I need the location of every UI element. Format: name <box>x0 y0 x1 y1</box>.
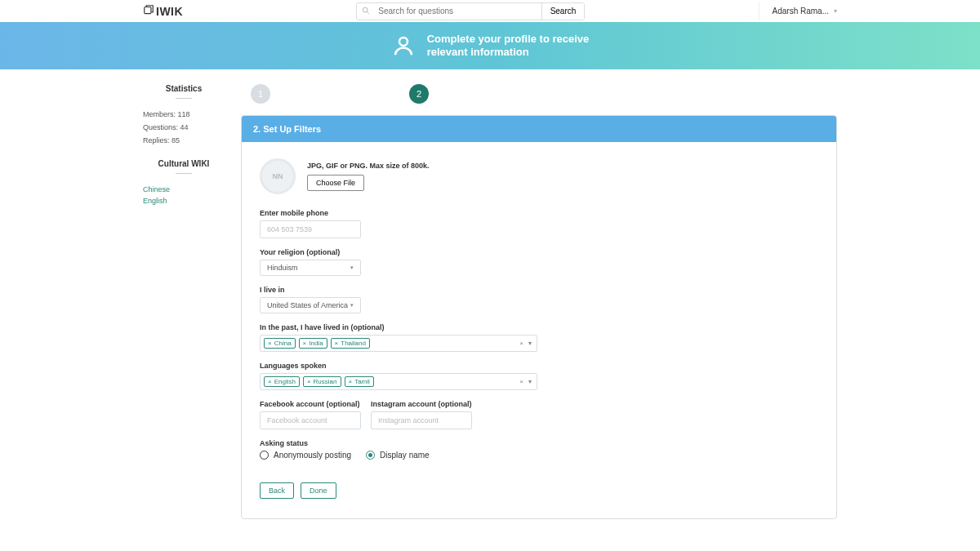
logo-icon <box>143 4 154 18</box>
user-name: Adarsh Rama... <box>773 7 829 16</box>
card-title: 2. Set Up Filters <box>242 116 836 142</box>
phone-label: Enter mobile phone <box>260 209 818 217</box>
svg-point-3 <box>399 38 408 46</box>
search-button[interactable]: Search <box>541 3 585 20</box>
clear-icon[interactable]: × <box>519 378 523 385</box>
tag-english[interactable]: ×English <box>264 376 300 387</box>
languages-label: Languages spoken <box>260 362 818 370</box>
done-button[interactable]: Done <box>301 482 336 499</box>
stat-replies: Replies: 85 <box>143 136 225 144</box>
tag-thailand[interactable]: ×Thailand <box>331 338 370 349</box>
instagram-input[interactable] <box>371 411 472 429</box>
avatar: NN <box>260 158 296 194</box>
tag-china[interactable]: ×China <box>264 338 296 349</box>
radio-icon <box>366 451 375 460</box>
asking-status-label: Asking status <box>260 439 818 447</box>
logo[interactable]: IWIK <box>143 4 183 18</box>
tag-russian[interactable]: ×Russian <box>303 376 341 387</box>
close-icon[interactable]: × <box>349 378 353 385</box>
past-lived-multiselect[interactable]: ×China ×India ×Thailand ×▾ <box>260 335 537 352</box>
divider <box>176 173 192 174</box>
livein-label: I live in <box>260 286 818 294</box>
chevron-down-icon: ▾ <box>834 7 837 15</box>
radio-icon <box>260 451 269 460</box>
facebook-label: Facebook account (optional) <box>260 400 361 408</box>
close-icon[interactable]: × <box>268 340 272 347</box>
wiki-title: Cultural WIKI <box>143 159 225 168</box>
logo-text: IWIK <box>156 5 183 18</box>
stat-members: Members: 118 <box>143 110 225 118</box>
stats-title: Statistics <box>143 84 225 93</box>
religion-select[interactable]: Hinduism ▾ <box>260 260 361 276</box>
svg-point-1 <box>363 7 368 12</box>
step-2[interactable]: 2 <box>409 84 429 104</box>
close-icon[interactable]: × <box>268 378 272 385</box>
profile-banner: Complete your profile to receive relevan… <box>0 22 980 69</box>
instagram-label: Instagram account (optional) <box>371 400 472 408</box>
chevron-down-icon[interactable]: ▾ <box>528 340 532 347</box>
chevron-down-icon: ▾ <box>350 264 354 271</box>
close-icon[interactable]: × <box>303 340 307 347</box>
chevron-down-icon: ▾ <box>350 302 354 309</box>
back-button[interactable]: Back <box>260 482 294 499</box>
banner-line2: relevant information <box>427 46 590 59</box>
tag-india[interactable]: ×India <box>299 338 327 349</box>
radio-display-name[interactable]: Display name <box>366 451 430 460</box>
step-1[interactable]: 1 <box>251 84 270 104</box>
divider <box>176 98 192 99</box>
search-input[interactable] <box>375 7 541 16</box>
livein-select[interactable]: United States of America ▾ <box>260 297 361 313</box>
tag-tamil[interactable]: ×Tamil <box>345 376 374 387</box>
person-icon <box>391 33 416 58</box>
close-icon[interactable]: × <box>307 378 311 385</box>
past-lived-label: In the past, I have lived in (optional) <box>260 323 818 331</box>
svg-rect-0 <box>145 7 151 14</box>
search-bar: Search <box>356 2 585 20</box>
choose-file-button[interactable]: Choose File <box>307 175 364 191</box>
clear-icon[interactable]: × <box>519 340 523 347</box>
phone-input[interactable] <box>260 220 361 238</box>
filters-card: 2. Set Up Filters NN JPG, GIF or PNG. Ma… <box>241 115 837 519</box>
svg-line-2 <box>368 11 370 14</box>
chevron-down-icon[interactable]: ▾ <box>528 378 532 385</box>
facebook-input[interactable] <box>260 411 361 429</box>
close-icon[interactable]: × <box>335 340 339 347</box>
wiki-link-english[interactable]: English <box>143 197 225 205</box>
stepper: 1 2 <box>241 81 837 115</box>
user-menu[interactable]: Adarsh Rama... ▾ <box>759 2 837 20</box>
upload-hint: JPG, GIF or PNG. Max size of 800k. <box>307 162 430 170</box>
banner-line1: Complete your profile to receive <box>427 33 590 46</box>
languages-multiselect[interactable]: ×English ×Russian ×Tamil ×▾ <box>260 373 537 390</box>
religion-label: Your religion (optional) <box>260 248 818 256</box>
stat-questions: Questions: 44 <box>143 123 225 131</box>
search-icon <box>357 7 375 16</box>
radio-anonymous[interactable]: Anonymously posting <box>260 451 351 460</box>
wiki-link-chinese[interactable]: Chinese <box>143 185 225 193</box>
